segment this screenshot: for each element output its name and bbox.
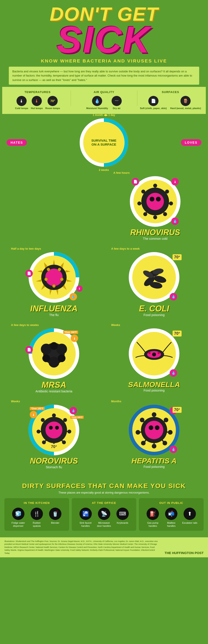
conditions-section: TEMPERATURES 🌡 Cold temps 🌡 Hot temps 70…: [2, 87, 206, 114]
salmonella-moisture-icon: 💧: [170, 369, 177, 377]
hepatitis-title-block: HEPATITIS A Food poisoning: [131, 457, 176, 468]
keyboard-item: ⌨ Keyboards: [114, 508, 131, 528]
svg-line-85: [41, 431, 44, 432]
ecoli-circle-wrap: 70° 💧: [129, 252, 179, 303]
loves-badge: LOVES: [181, 139, 201, 146]
spatula-label: Rubber spatula: [29, 521, 45, 528]
rhino-hot-icon: 🌡: [171, 178, 179, 186]
svg-point-55: [41, 344, 52, 354]
svg-point-56: [56, 344, 67, 354]
gas-pump-item: ⛽ Gas pump handles: [145, 508, 161, 528]
mailbox-item: 📬 Mailbox handles: [163, 508, 179, 528]
svg-point-43: [52, 284, 56, 288]
flu-moisture-icon: 💧: [70, 293, 77, 300]
office-col: AT THE OFFICE 🚰 Sink faucet handles 📡 Mi…: [72, 498, 136, 531]
mrsa-soft-icon: 📄: [25, 346, 33, 354]
svg-point-5: [153, 184, 157, 188]
gas-pump-icon: ⛽: [147, 508, 159, 520]
ecoli-name: E. COLI: [139, 304, 169, 313]
svg-point-77: [37, 430, 41, 434]
soft-icon: 📄: [148, 96, 158, 106]
hard-icon: 🪵: [180, 96, 191, 106]
bottom-time-label: 2 weeks: [99, 168, 109, 172]
svg-line-81: [64, 431, 68, 432]
rhinovirus-unit: A few hours: [109, 171, 201, 240]
norovirus-title-block: NOROVIRUS Stomach flu: [30, 457, 78, 469]
salmonella-survival: Weeks: [107, 323, 120, 326]
hepatitis-circle-wrap: 🌡 70° 💧: [129, 405, 179, 455]
noro-temp70: 70°: [49, 444, 58, 450]
svg-point-12: [141, 190, 145, 194]
public-title: OUT IN PUBLIC: [141, 501, 201, 504]
ecoli-temp70: 70°: [172, 254, 181, 260]
salmonella-name: SALMONELLA: [128, 381, 180, 388]
blender-label: Blender: [51, 521, 59, 524]
svg-point-9: [153, 215, 157, 219]
svg-point-8: [163, 212, 167, 216]
salmonella-title-block: SALMONELLA Food poisoning: [128, 381, 180, 392]
office-items: 🚰 Sink faucet handles 📡 Microwave door h…: [74, 508, 134, 528]
legend-diagram: SURVIVAL TIME ON A SURFACE 1 month ◀▶ 1 …: [80, 118, 128, 167]
blender-item: 🥤 Blender: [47, 508, 63, 528]
moisture-label: Moisture/ Humidity: [86, 107, 108, 110]
office-title: AT THE OFFICE: [74, 501, 134, 504]
norovirus-name: NOROVIRUS: [30, 457, 78, 465]
svg-point-110: [149, 425, 153, 430]
hepatitis-germ: [135, 411, 173, 449]
kitchen-col: IN THE KITCHEN 🧊 Fridge water dispenser …: [5, 498, 69, 531]
spatula-icon: 🍴: [31, 508, 43, 520]
rhinovirus-circle-wrap: 🌡 💧 📄: [130, 176, 180, 227]
svg-point-99: [136, 430, 140, 434]
header-section: DON'T GET SICK KNOW WHERE BACTERIA AND V…: [0, 0, 208, 87]
dry-icon: 〰: [112, 96, 122, 106]
svg-point-87: [46, 422, 63, 438]
svg-point-7: [169, 202, 173, 206]
svg-point-66: [148, 352, 151, 354]
svg-point-22: [150, 197, 154, 202]
mrsa-hot-icon: 🌡: [71, 334, 78, 342]
rhino-moisture-icon: 💧: [171, 218, 179, 225]
norovirus-germ: [35, 411, 73, 449]
cold-icon: 🌡: [17, 96, 27, 106]
sink-icon: 🚰: [79, 508, 92, 520]
svg-line-15: [165, 202, 169, 204]
escalator-item: ⬆ Escalator rails: [181, 508, 198, 528]
noro-hep-row: Weeks: [7, 400, 201, 469]
noro-over185-label: *Over 185°F: [70, 416, 84, 419]
footer-logo: THE HUFFINGTON POST: [165, 551, 203, 555]
norovirus-unit: Weeks: [7, 400, 101, 469]
svg-marker-34: [36, 279, 42, 282]
svg-point-60: [50, 342, 58, 350]
influenza-circle-wrap: 📄 💧 🌡: [29, 252, 79, 303]
ecoli-germ: [134, 258, 174, 297]
norovirus-circle-wrap: *Over 140°F 🌡 70° 💧 *Over 185°F: [29, 405, 79, 455]
mrsa-survival: A few days to weeks: [7, 323, 39, 326]
room-label: Room temps: [45, 107, 60, 110]
top-time-label: 1 month ◀▶ 1 day: [93, 114, 115, 116]
svg-point-88: [49, 426, 53, 430]
mrsa-over160-label: *Over 160°F: [63, 330, 78, 334]
influenza-germ: [34, 258, 74, 297]
svg-point-67: [158, 352, 160, 354]
temperatures-col: TEMPERATURES 🌡 Cold temps 🌡 Hot temps 70…: [7, 90, 68, 110]
temperatures-title: TEMPERATURES: [7, 90, 68, 94]
influenza-desc: The flu: [30, 313, 78, 317]
rhinovirus-survival: A few hours: [109, 171, 130, 174]
noro-hot-icon: 🌡: [30, 411, 37, 418]
mrsa-circle-wrap: 📄 *Over 160°F 🌡: [29, 328, 79, 379]
svg-point-38: [45, 268, 63, 286]
sink-faucet-item: 🚰 Sink faucet handles: [78, 508, 94, 528]
escalator-icon: ⬆: [183, 508, 196, 520]
public-col: OUT IN PUBLIC ⛽ Gas pump handles 📬 Mailb…: [139, 498, 203, 531]
dirty-desc: These places are especially good at stor…: [5, 491, 203, 494]
dirty-surfaces-section: DIRTY SURFACES THAT CAN MAKE YOU SICK Th…: [0, 480, 208, 537]
svg-point-73: [67, 430, 71, 434]
svg-point-111: [155, 425, 160, 430]
noro-over140-label: *Over 140°F: [30, 407, 45, 410]
dirty-cols: IN THE KITCHEN 🧊 Fridge water dispenser …: [5, 498, 203, 531]
ecoli-title-block: E. COLI Food poisoning: [139, 304, 169, 317]
mrsa-title-block: MRSA Antibiotic resistant bacteria: [36, 381, 72, 393]
svg-point-21: [146, 193, 164, 210]
kitchen-items: 🧊 Fridge water dispenser 🍴 Rubber spatul…: [7, 508, 67, 528]
svg-point-23: [156, 197, 161, 202]
